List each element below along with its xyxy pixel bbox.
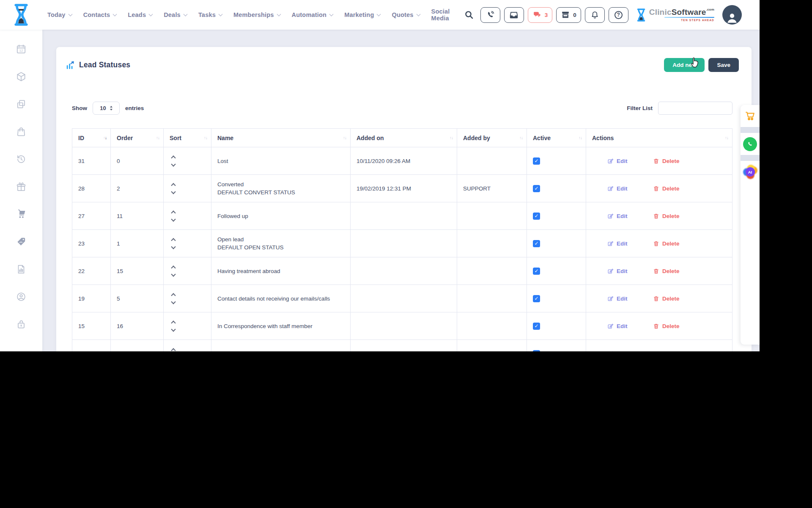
delete-link[interactable]: Delete [653,268,680,274]
delete-link[interactable]: Delete [653,213,680,219]
delete-link[interactable]: Delete [653,240,680,247]
ai-assistant-button[interactable]: AI [741,161,760,183]
help-button[interactable]: ? [609,7,628,23]
sidebar-item-price-tags[interactable] [16,236,27,247]
move-down-icon[interactable] [171,217,176,221]
column-header-name[interactable]: Name ↑↓ [211,129,351,147]
sidebar-item-reports[interactable] [16,264,27,275]
page-size-select[interactable]: 10 [93,102,120,115]
sidebar-item-orders[interactable] [16,126,27,137]
column-header-added-by[interactable]: Added by ↑↓ [457,129,527,147]
sidebar-item-duplicate[interactable] [16,99,27,110]
sidebar-item-calendar[interactable]: 12 [16,44,27,55]
active-checkbox[interactable]: ✓ [533,185,540,192]
column-header-order[interactable]: Order ↑↓ [111,129,164,147]
notifications-button[interactable] [585,7,605,23]
shopping-bag-icon [16,126,27,137]
store-button[interactable]: 0 [556,7,581,23]
delete-link[interactable]: Delete [653,295,680,302]
panel-divider [741,155,760,161]
cell-added-by [457,202,527,229]
quick-cart-button[interactable] [741,105,760,127]
column-header-active[interactable]: Active ↑↓ [527,129,586,147]
save-button[interactable]: Save [708,58,739,72]
move-up-icon[interactable] [171,210,176,215]
move-down-icon[interactable] [171,244,176,249]
move-up-icon[interactable] [171,320,176,325]
sort-arrows-icon: ↑↓ [156,135,159,140]
sidebar-item-gifts[interactable] [16,181,27,192]
column-header-sort[interactable]: Sort ↑↓ [164,129,211,147]
sidebar-item-cart[interactable] [16,209,27,220]
edit-link[interactable]: Edit [607,268,653,274]
move-up-icon[interactable] [171,348,176,351]
active-checkbox[interactable]: ✓ [533,268,540,275]
move-up-icon[interactable] [171,293,176,298]
clinicsoftware-logo[interactable]: ClinicSoftware.com TEN STEPS AHEAD [636,8,714,22]
delete-link[interactable]: Delete [653,158,680,164]
menu-item[interactable]: Marketing [344,11,380,18]
sidebar-item-security[interactable] [16,319,27,330]
sidebar-item-accounts[interactable] [16,291,27,302]
move-up-icon[interactable] [171,238,176,243]
edit-link[interactable]: Edit [607,185,653,192]
phone-button[interactable] [480,7,500,23]
edit-link[interactable]: Edit [607,240,653,247]
move-down-icon[interactable] [171,162,176,166]
delete-link[interactable]: Delete [653,323,680,329]
move-up-icon[interactable] [171,265,176,270]
active-checkbox[interactable]: ✓ [533,323,540,330]
edit-icon [607,213,614,219]
move-down-icon[interactable] [171,189,176,194]
delete-link[interactable]: Delete [653,351,680,352]
whatsapp-button[interactable] [741,133,760,155]
move-down-icon[interactable] [171,272,176,276]
cell-added-on [351,202,457,229]
column-header-actions[interactable]: Actions ↑↓ [586,129,732,147]
menu-item[interactable]: Leads [128,11,152,18]
filter-list-input[interactable] [658,102,732,115]
column-header-id[interactable]: ID ↑↓ [72,129,111,147]
cell-name: In Correspondence with staff member [211,312,351,340]
cell-id: 23 [72,230,111,257]
status-name: Lack of appointment availability [217,350,297,352]
page-title: Lead Statuses [79,61,130,69]
brand-hourglass-icon [636,8,647,22]
edit-link[interactable]: Edit [607,213,653,219]
sidebar-item-packages[interactable] [16,71,27,82]
menu-item[interactable]: Social Media [431,8,464,22]
sidebar-item-history[interactable] [16,154,27,165]
menu-item[interactable]: Contacts [83,11,117,18]
cell-added-by: SUPPORT [457,175,527,202]
menu-item[interactable]: Memberships [233,11,280,18]
active-checkbox[interactable]: ✓ [533,157,540,165]
menu-item[interactable]: Quotes [392,11,420,18]
menu-item[interactable]: Automation [292,11,333,18]
inbox-button[interactable] [504,7,524,23]
app-logo[interactable] [12,3,30,27]
menu-item[interactable]: Deals [164,11,187,18]
active-checkbox[interactable]: ✓ [533,213,540,220]
search-icon[interactable] [464,10,474,20]
delete-link[interactable]: Delete [653,185,680,192]
edit-link[interactable]: Edit [607,295,653,302]
status-name: Open lead [217,235,244,243]
user-avatar[interactable] [722,5,742,25]
column-header-added-on[interactable]: Added on ↑↓ [351,129,457,147]
active-checkbox[interactable]: ✓ [533,295,540,302]
move-up-icon[interactable] [171,155,176,160]
edit-link[interactable]: Edit [607,323,653,329]
menu-item[interactable]: Today [47,11,72,18]
move-up-icon[interactable] [171,183,176,188]
active-checkbox[interactable]: ✓ [533,240,540,247]
cell-sort [164,257,211,284]
active-checkbox[interactable]: ✓ [533,350,540,352]
move-down-icon[interactable] [171,299,176,304]
edit-link[interactable]: Edit [607,158,653,164]
edit-link[interactable]: Edit [607,351,653,352]
cell-id: 27 [72,202,111,229]
move-down-icon[interactable] [171,327,176,331]
menu-item[interactable]: Tasks [198,11,222,18]
add-new-button[interactable]: Add new [664,58,705,72]
chat-button[interactable]: 3 [528,7,553,23]
